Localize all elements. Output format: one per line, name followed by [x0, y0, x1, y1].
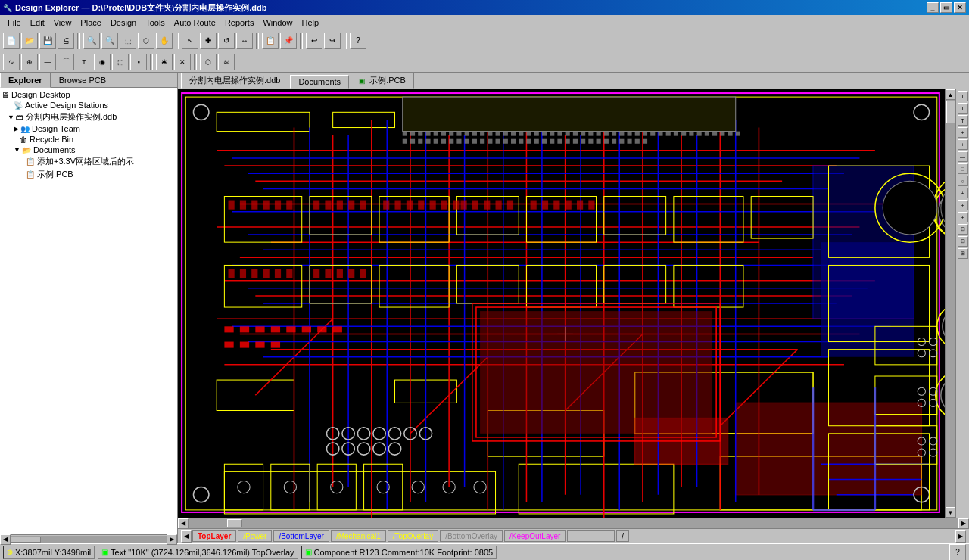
left-scroll-thumb[interactable] [11, 537, 41, 543]
vertical-scrollbar[interactable]: ▲ ▼ [945, 89, 955, 518]
layer-tab-topoverlay[interactable]: /TopOverlay [388, 530, 438, 542]
menu-tools[interactable]: Tools [141, 17, 170, 29]
draw-line-button[interactable]: — [39, 54, 56, 70]
rt-minus-icon[interactable]: ⊟ [958, 224, 968, 235]
scroll-down-button[interactable]: ▼ [946, 507, 956, 518]
menu-auto-route[interactable]: Auto Route [170, 17, 220, 29]
menu-edit[interactable]: Edit [26, 17, 49, 29]
rt-circle-icon[interactable]: ○ [958, 176, 968, 186]
svg-rect-93 [557, 132, 562, 136]
flip-button[interactable]: ↔ [236, 33, 253, 49]
status-help-btn[interactable]: ? [949, 544, 966, 561]
interactive-route-button[interactable]: ≋ [218, 54, 235, 70]
scroll-thumb[interactable] [946, 101, 955, 123]
tree-item-doc1[interactable]: 📋 添加+3.3V网络区域后的示 [2, 155, 176, 168]
help-button[interactable]: ? [350, 33, 366, 49]
h-scroll-thumb[interactable] [227, 519, 242, 527]
menu-help[interactable]: Help [298, 17, 324, 29]
print-button[interactable]: 🖨 [58, 33, 74, 49]
rt-plus2-icon[interactable]: + [958, 200, 968, 210]
svg-rect-143 [604, 139, 609, 144]
restore-button[interactable]: ▭ [940, 2, 952, 13]
paste-button[interactable]: 📌 [280, 33, 297, 49]
minimize-button[interactable]: _ [927, 2, 939, 13]
rt-cross-icon[interactable]: + [958, 127, 968, 138]
place-component-button[interactable]: ⬚ [112, 54, 129, 70]
layer-tab-bottomoverlay[interactable]: /BottomOverlay [440, 530, 503, 542]
tree-item-recycle[interactable]: 🗑 Recycle Bin [2, 134, 176, 145]
new-button[interactable]: 📄 [3, 33, 20, 49]
draw-text-button[interactable]: T [76, 54, 92, 70]
left-scroll-left[interactable]: ◀ [0, 534, 11, 545]
redo-button[interactable]: ↪ [324, 33, 341, 49]
pcb-canvas[interactable] [178, 89, 945, 518]
draw-track-button[interactable]: ∿ [3, 54, 20, 70]
tree-item-design-team[interactable]: ▶ 👥 Design Team [2, 123, 176, 134]
tree-item-pcb[interactable]: 📋 示例.PCB [2, 168, 176, 181]
move-button[interactable]: ✚ [200, 33, 217, 49]
rotate-button[interactable]: ↺ [218, 33, 235, 49]
tree-item-documents[interactable]: ▼ 📂 Documents [2, 145, 176, 155]
layer-tab-power[interactable]: /Power [238, 530, 272, 542]
pan-button[interactable]: ✋ [156, 33, 173, 49]
rt-plus-icon[interactable]: + [958, 139, 968, 150]
place-via-button[interactable]: ◉ [94, 54, 111, 70]
horizontal-scrollbar[interactable]: ◀ ▶ [178, 518, 969, 528]
layer-tab-keepout[interactable]: /KeepOutLayer [504, 530, 566, 542]
copy-button[interactable]: 📋 [262, 33, 279, 49]
select-button[interactable]: ↖ [182, 33, 198, 49]
save-button[interactable]: 💾 [39, 33, 56, 49]
pcb-tab-icon: ▣ [359, 77, 366, 85]
tree-item-ddb[interactable]: ▼ 🗃 分割内电层操作实例.ddb [2, 110, 176, 123]
tab-explorer[interactable]: Explorer [0, 73, 51, 88]
left-scroll-right[interactable]: ▶ [167, 534, 177, 545]
zoom-in-button[interactable]: 🔍 [83, 33, 100, 49]
menu-design[interactable]: Design [106, 17, 141, 29]
rt-zoom-out-icon[interactable]: T [958, 103, 968, 114]
scroll-up-button[interactable]: ▲ [946, 89, 956, 100]
rt-grid-icon[interactable]: ⊞ [958, 248, 968, 259]
doc-tab-ddb[interactable]: 分割内电层操作实例.ddb [181, 73, 288, 89]
rt-text-icon[interactable]: T [958, 115, 968, 126]
status-help-icon[interactable]: ? [949, 544, 966, 561]
rt-rect-icon[interactable]: □ [958, 163, 968, 174]
doc-tab-pcb[interactable]: ▣ 示例.PCB [351, 73, 414, 89]
draw-fill-button[interactable]: ▪ [130, 54, 147, 70]
menu-place[interactable]: Place [76, 17, 106, 29]
zoom-area-button[interactable]: ⬡ [138, 33, 154, 49]
layer-scroll-left[interactable]: ◀ [181, 530, 192, 543]
doc-tab-documents[interactable]: Documents [290, 75, 349, 89]
menu-window[interactable]: Window [258, 17, 297, 29]
scroll-left-button[interactable]: ◀ [178, 518, 189, 529]
close-button[interactable]: ✕ [954, 2, 966, 13]
layer-tab-toplayer[interactable]: TopLayer [192, 530, 236, 542]
menu-view[interactable]: View [49, 17, 76, 29]
left-scrollbar[interactable]: ◀ ▶ [0, 534, 177, 543]
draw-pad-button[interactable]: ⊕ [21, 54, 38, 70]
layer-tab-mechanical1[interactable]: /Mechanical1 [331, 530, 386, 542]
svg-rect-140 [581, 139, 585, 144]
tree-item-stations[interactable]: 📡 Active Design Stations [2, 100, 176, 110]
rt-line-icon[interactable]: — [958, 151, 968, 162]
rt-plus3-icon[interactable]: + [958, 212, 968, 222]
tree-item-desktop[interactable]: 🖥 Design Desktop [2, 89, 176, 100]
rt-add-icon[interactable]: + [958, 188, 968, 198]
layer-scroll-right[interactable]: ▶ [955, 530, 966, 543]
layer-tab-multilayer[interactable]: /MultiLayer [567, 530, 615, 542]
rt-zoom-in-icon[interactable]: T [958, 91, 968, 101]
menu-file[interactable]: File [3, 17, 26, 29]
tab-browse-pcb[interactable]: Browse PCB [51, 73, 114, 88]
layer-tab-bottomlayer[interactable]: /BottomLayer [273, 530, 329, 542]
svg-rect-89 [526, 132, 531, 136]
zoom-out-button[interactable]: 🔍 [101, 33, 118, 49]
drc-button[interactable]: ⬡ [200, 54, 217, 70]
draw-arc-button[interactable]: ⌒ [58, 54, 74, 70]
menu-reports[interactable]: Reports [220, 17, 259, 29]
rt-minus2-icon[interactable]: ⊟ [958, 236, 968, 247]
open-button[interactable]: 📂 [21, 33, 38, 49]
clear-button[interactable]: ✕ [174, 54, 191, 70]
scroll-right-button[interactable]: ▶ [958, 518, 969, 529]
undo-button[interactable]: ↩ [306, 33, 322, 49]
zoom-fit-button[interactable]: ⬚ [120, 33, 136, 49]
highlight-net-button[interactable]: ✱ [156, 54, 173, 70]
